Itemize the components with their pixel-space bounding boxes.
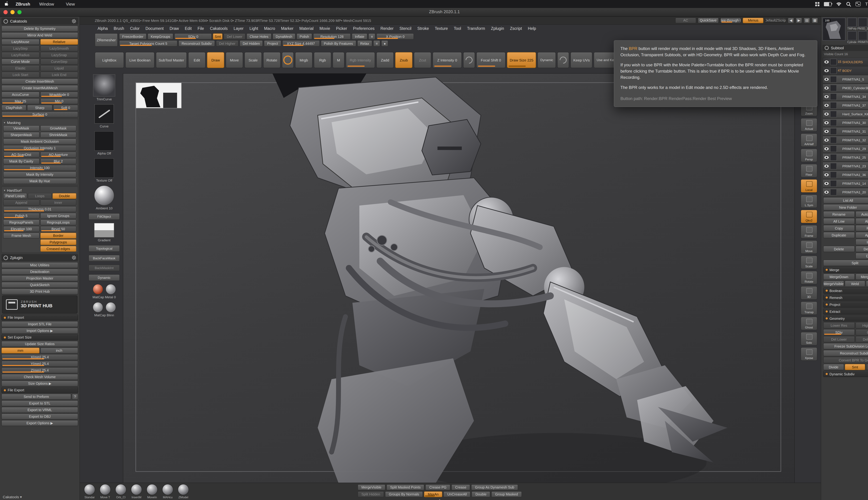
active-tool-thumbnail[interactable]: 188	[823, 18, 845, 41]
menu-item[interactable]: Brush	[111, 25, 127, 32]
eye-icon[interactable]	[824, 138, 829, 142]
apple-icon[interactable]	[5, 1, 9, 7]
panel-button[interactable]: MergeDown	[823, 274, 855, 280]
subtool-row[interactable]: PRIMITIVA1_5	[823, 75, 868, 83]
app-menu-view[interactable]: View	[63, 1, 78, 8]
left-shelf-item[interactable]: Dynamic	[89, 274, 120, 281]
left-shelf-item[interactable]: Gradient	[94, 223, 114, 242]
toolbar-button[interactable]: Polish By Features	[321, 40, 356, 46]
panel-button[interactable]: File Import	[1, 315, 78, 320]
panel-button[interactable]: SDiv	[823, 329, 855, 336]
panel-button[interactable]: Mask By Hue	[3, 178, 76, 184]
nav-button[interactable]: Actual	[801, 118, 817, 132]
quick-brush[interactable]: InsertM	[129, 484, 144, 499]
app-menu-zbrush[interactable]: ZBrush	[16, 2, 30, 7]
panel-button[interactable]: Soft 0	[53, 105, 78, 111]
panel-button[interactable]: Z(mm) 25.4	[1, 367, 78, 373]
panel-button[interactable]: Copy	[823, 225, 855, 231]
panel-button[interactable]: LazyRadius	[1, 52, 39, 58]
nav-button[interactable]: Ghost	[801, 317, 817, 330]
toolbar-button[interactable]: Inflate	[352, 33, 367, 39]
statusbar-button[interactable]: See-through 0	[720, 18, 741, 23]
left-shelf-item[interactable]: Alpha Off	[94, 131, 114, 155]
app-menu-window[interactable]: Window	[36, 1, 57, 8]
panel-button[interactable]: Geometry	[823, 315, 868, 321]
menu-item[interactable]: Material	[297, 25, 316, 32]
panel-button[interactable]: Extract	[823, 308, 868, 315]
nav-button[interactable]: Solo	[801, 332, 817, 345]
cakatools-palette-header[interactable]: Cakatools	[1, 18, 78, 25]
panel-button[interactable]: Paste	[855, 225, 868, 231]
battery-icon[interactable]	[824, 2, 832, 6]
panel-button[interactable]: AutoReorder	[855, 211, 868, 217]
shelf-button[interactable]: Z Intensity 0	[433, 52, 462, 68]
panel-button[interactable]: Misc Utilities	[1, 262, 78, 268]
left-shelf-item[interactable]: BackMaskInt	[89, 264, 120, 271]
menu-item[interactable]: Document	[143, 25, 167, 32]
menu-item[interactable]: Transform	[464, 25, 488, 32]
shelf-button[interactable]: Draw	[207, 52, 224, 68]
hardsurf-header[interactable]: ▾ HardSurf	[2, 188, 77, 193]
eye-icon[interactable]	[824, 121, 829, 124]
nav-button[interactable]: Persp	[801, 149, 817, 162]
menu-item[interactable]: Stroke	[414, 25, 432, 32]
panel-button[interactable]: Freeze SubDivision Levels	[823, 343, 868, 349]
search-icon[interactable]	[846, 2, 851, 7]
shelf-button[interactable]: Zadd	[376, 52, 394, 68]
bottom-button[interactable]: Groups By Normals	[385, 491, 423, 497]
panel-button[interactable]: Occlusion Intensity 1	[3, 145, 76, 151]
shelf-button[interactable]: Edit	[188, 52, 206, 68]
menubar-clock[interactable]: Thu 14:26	[865, 2, 868, 7]
menu-item[interactable]: Alpha	[95, 25, 111, 32]
panel-button[interactable]: Mirror And Weld	[1, 32, 78, 38]
shelf-button[interactable]: Zcut	[414, 52, 431, 68]
menu-item[interactable]: Preferences	[350, 25, 377, 32]
subtool-row[interactable]: PRIMITIVA1_37	[823, 101, 868, 109]
shelf-button[interactable]: Live Boolean	[125, 52, 155, 68]
toolbar-button[interactable]: XYZ Size 4.44497	[282, 40, 320, 46]
nav-button[interactable]: Scale	[801, 255, 817, 269]
toolbar-button[interactable]: FreezeBorder	[119, 33, 147, 39]
panel-button[interactable]: Suv	[866, 364, 868, 370]
menu-item[interactable]: Layer	[231, 25, 246, 32]
eye-icon[interactable]	[824, 77, 829, 81]
subtool-row[interactable]: 47 BODY	[823, 66, 868, 75]
panel-button[interactable]: Create InsertMultiMesh	[1, 85, 78, 91]
panel-button[interactable]: inch	[40, 348, 78, 353]
tray-footer-tab[interactable]: Cakatools ▾	[3, 495, 22, 499]
panel-button[interactable]: File Export	[1, 387, 78, 393]
visible-count-label[interactable]: Visible Count 16	[823, 52, 868, 57]
panel-button[interactable]: Uv	[866, 281, 868, 287]
bottom-button[interactable]: MergeVisible	[358, 484, 385, 490]
left-shelf-item[interactable]: TrimCurve	[93, 74, 115, 101]
panel-button[interactable]: Polygroups	[40, 239, 76, 245]
subtool-row[interactable]: PRIMITIVA1_14	[823, 179, 868, 188]
shelf-button[interactable]: M	[333, 52, 344, 68]
panel-button[interactable]: MergeSimilar	[855, 274, 868, 280]
bottom-button[interactable]: MaxAn	[424, 491, 442, 497]
panel-button[interactable]: SharpenMask	[3, 132, 39, 138]
panel-button[interactable]: Curve Mode	[1, 59, 39, 65]
panel-button[interactable]: Create InsertMesh	[1, 79, 78, 84]
panel-button[interactable]: Mask By Cavity	[3, 158, 39, 164]
panel-button[interactable]: GrowMask	[40, 125, 76, 131]
eye-icon[interactable]	[824, 147, 829, 150]
panel-button[interactable]: QuickSketch	[1, 282, 78, 288]
panel-button[interactable]: New Folder	[823, 204, 868, 211]
panel-button[interactable]: Loops	[28, 193, 52, 199]
quick-brush[interactable]: Standar	[83, 484, 96, 499]
quick-brush[interactable]: Orb_Cl	[114, 484, 128, 499]
panel-button[interactable]: ViewMask	[3, 125, 39, 131]
toolbar-button[interactable]: Del Lower	[224, 33, 245, 39]
eye-icon[interactable]	[824, 190, 829, 194]
shelf-button[interactable]: Rotate	[263, 52, 281, 68]
subtool-row[interactable]: 15 SHOULDERS	[823, 58, 868, 66]
panel-button[interactable]: Liquid	[40, 65, 78, 71]
panel-button[interactable]: LazySmooth	[40, 45, 78, 52]
nav-button[interactable]: AAHalf	[801, 133, 817, 147]
nav-button[interactable]: Frame	[801, 225, 817, 239]
menu-item[interactable]: Draw	[167, 25, 182, 32]
panel-button[interactable]: Project	[823, 302, 868, 308]
panel-button[interactable]: Relative	[40, 39, 78, 45]
panel-button[interactable]: Blur 2	[40, 158, 76, 164]
